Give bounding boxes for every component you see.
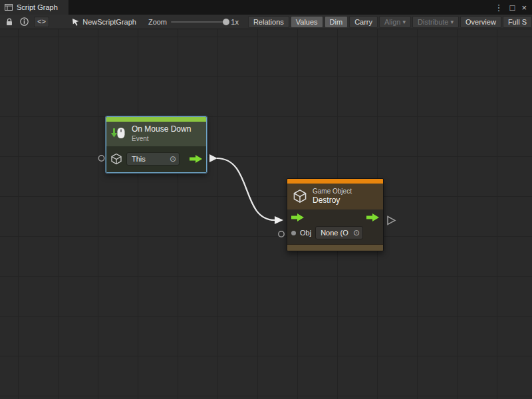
target-field[interactable]: This ⊙ [126, 152, 180, 166]
zoom-slider-track [171, 21, 227, 23]
zoom-value: 1x [231, 18, 239, 26]
target-field-value: This [132, 155, 146, 163]
graph-name[interactable]: NewScriptGraph [82, 18, 136, 26]
overview-button[interactable]: Overview [460, 16, 501, 28]
object-picker-icon[interactable]: ⊙ [353, 229, 360, 237]
info-icon[interactable] [18, 17, 31, 26]
zoom-slider-knob[interactable] [223, 19, 229, 25]
obj-field[interactable]: None (O ⊙ [315, 226, 363, 239]
lock-icon[interactable] [4, 18, 15, 26]
node-on-mouse-down[interactable]: On Mouse Down Event This ⊙ [106, 116, 207, 173]
cube-icon [293, 189, 307, 203]
event-accent-strip [106, 117, 206, 122]
node-subtitle: Event [132, 135, 191, 143]
obj-input-port[interactable] [279, 231, 284, 237]
mouse-down-event-icon [110, 126, 126, 142]
zoom-label: Zoom [148, 18, 167, 26]
tab-title: Script Graph [17, 3, 58, 11]
connection-wire[interactable] [217, 158, 275, 220]
toolbar-buttons: Relations Values Dim Carry Align▾ Distri… [248, 16, 532, 28]
control-output-port-connected[interactable] [209, 154, 217, 162]
node-header: Game Object Destroy [287, 184, 383, 209]
control-output-arrow-icon[interactable] [366, 213, 379, 221]
kebab-menu-icon[interactable]: ⋮ [495, 3, 503, 12]
node-footer-strip [287, 244, 383, 251]
graph-pointer-icon [72, 18, 80, 26]
window-icon [5, 4, 13, 11]
window-controls: ⋮ □ × [495, 0, 532, 15]
cube-icon [110, 153, 122, 165]
obj-label: Obj [300, 229, 311, 237]
tab-script-graph[interactable]: Script Graph [0, 0, 68, 15]
object-picker-icon[interactable]: ⊙ [170, 155, 176, 163]
carry-button[interactable]: Carry [349, 16, 378, 28]
chevron-down-icon: ▾ [403, 19, 406, 25]
distribute-button[interactable]: Distribute▾ [412, 16, 459, 28]
node-body: Obj None (O ⊙ [287, 209, 383, 244]
title-bar: Script Graph ⋮ □ × [0, 0, 532, 15]
dim-button[interactable]: Dim [325, 16, 348, 28]
close-icon[interactable]: × [521, 3, 527, 12]
maximize-icon[interactable]: □ [510, 3, 515, 12]
value-port-dot[interactable] [291, 231, 296, 235]
object-accent-strip [287, 179, 383, 184]
control-output-arrow-icon[interactable] [190, 155, 202, 163]
node-body: This ⊙ [106, 146, 206, 172]
script-graph-window: Script Graph ⋮ □ × <> N [0, 0, 532, 399]
align-button[interactable]: Align▾ [379, 16, 411, 28]
values-button[interactable]: Values [291, 16, 323, 28]
node-category: Game Object [313, 188, 352, 196]
fullscreen-button[interactable]: Full S [503, 16, 532, 28]
node-title: Destroy [313, 196, 352, 205]
zoom-slider[interactable] [171, 18, 227, 26]
graph-canvas[interactable]: On Mouse Down Event This ⊙ [0, 29, 532, 399]
node-title: On Mouse Down [132, 125, 191, 134]
graph-toolbar: <> NewScriptGraph Zoom 1x Relations Valu… [0, 15, 532, 29]
node-header: On Mouse Down Event [106, 122, 206, 146]
connection-arrowhead [275, 216, 283, 224]
code-view-icon[interactable]: <> [34, 17, 49, 27]
control-output-port[interactable] [388, 217, 395, 225]
control-input-arrow-icon[interactable] [291, 213, 304, 221]
chevron-down-icon: ▾ [451, 19, 454, 25]
target-input-port[interactable] [98, 156, 104, 161]
relations-button[interactable]: Relations [248, 16, 289, 28]
obj-field-value: None (O [321, 229, 348, 237]
node-destroy[interactable]: Game Object Destroy [287, 178, 384, 251]
connections-overlay [0, 29, 532, 399]
